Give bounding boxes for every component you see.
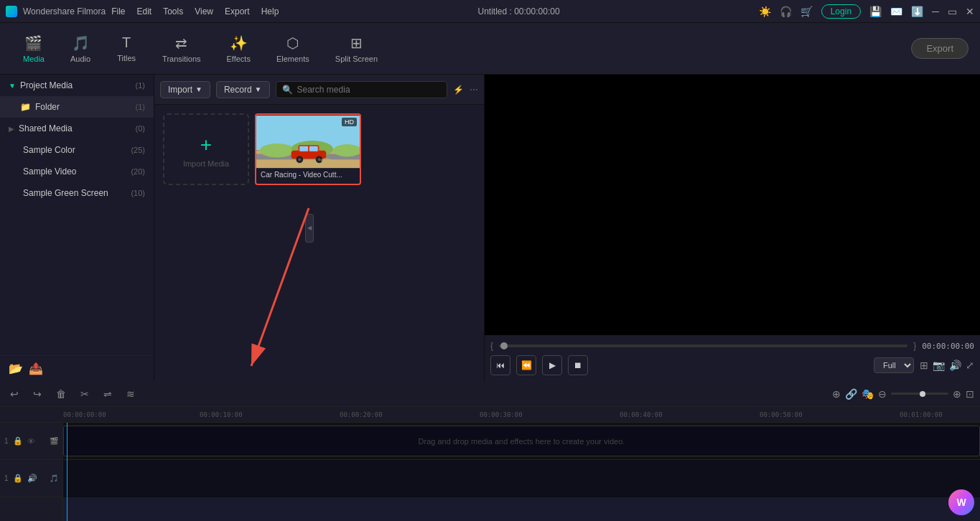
timeline-zoom: ⊕ 🔗 🎭 ⊖ ⊕ ⊡: [832, 388, 974, 400]
brightness-icon[interactable]: ☀️: [759, 6, 771, 17]
zoom-out-icon[interactable]: ⊖: [878, 388, 887, 400]
menu-file[interactable]: File: [111, 6, 125, 17]
export-folder-icon[interactable]: 📤: [29, 362, 43, 375]
scene-detect-icon[interactable]: 🎭: [862, 388, 874, 400]
svg-point-3: [260, 144, 295, 157]
sidebar-item-sample-color[interactable]: Sample Color (25): [0, 139, 154, 161]
split-screen-icon: ⊞: [350, 34, 363, 52]
quality-selector[interactable]: Full: [874, 357, 914, 373]
close-button[interactable]: ✕: [966, 6, 974, 17]
app-logo: [6, 6, 17, 17]
svg-rect-9: [309, 146, 318, 151]
sidebar-item-sample-green-screen[interactable]: Sample Green Screen (10): [0, 182, 154, 204]
ruler-mark-50: 00:00:50:00: [760, 411, 803, 418]
media-type-badge: HD: [342, 118, 357, 126]
import-media-placeholder[interactable]: + Import Media: [163, 113, 249, 185]
sidebar-item-project-media[interactable]: ▼ Project Media (1): [0, 75, 154, 96]
audio-wave-icon[interactable]: ≋: [122, 386, 139, 402]
transitions-icon: ⇄: [175, 34, 187, 52]
sidebar-item-shared-media[interactable]: ▶ Shared Media (0): [0, 118, 154, 139]
sidebar-item-folder[interactable]: 📁 Folder (1): [0, 96, 154, 118]
video-drop-zone[interactable]: Drag and drop media and effects here to …: [63, 426, 980, 456]
skip-to-start-button[interactable]: ⏮: [490, 355, 510, 375]
preview-video-area: [485, 75, 980, 335]
sidebar-item-sample-video[interactable]: Sample Video (20): [0, 161, 154, 182]
toolbar-audio[interactable]: 🎵 Audio: [59, 29, 102, 69]
link-icon[interactable]: 🔗: [845, 388, 857, 400]
toolbar-media[interactable]: 🎬 Media: [11, 29, 56, 69]
timeline-toolbar: ↩ ↪ 🗑 ✂ ⇌ ≋ ⊕ 🔗 🎭 ⊖ ⊕ ⊡: [0, 381, 980, 407]
play-pause-button[interactable]: ▶: [542, 355, 562, 375]
adjust-button[interactable]: ⇌: [99, 386, 116, 402]
audio-track-icon: 🎵: [50, 474, 58, 482]
grid-view-icon[interactable]: ⋯: [470, 85, 478, 95]
in-point-bracket[interactable]: {: [490, 341, 493, 351]
toolbar-titles[interactable]: T Titles: [105, 29, 148, 68]
audio-track-lock-icon[interactable]: 🔒: [13, 474, 23, 483]
menu-edit[interactable]: Edit: [137, 6, 152, 17]
search-input[interactable]: [297, 85, 441, 95]
window-controls: ─ ▭ ✕: [932, 6, 974, 17]
audio-icon: 🎵: [72, 34, 90, 52]
menu-help[interactable]: Help: [261, 6, 279, 17]
drop-zone-text: Drag and drop media and effects here to …: [419, 437, 625, 446]
login-button[interactable]: Login: [821, 4, 861, 19]
svg-rect-8: [299, 146, 308, 151]
audio-track-volume-icon[interactable]: 🔊: [27, 474, 37, 483]
delete-button[interactable]: 🗑: [52, 386, 70, 402]
toolbar-elements[interactable]: ⬡ Elements: [265, 29, 321, 69]
scrubber-thumb: [500, 342, 508, 349]
save-icon[interactable]: 💾: [869, 6, 882, 17]
preview-panel: { } 00:00:00:00 ⏮ ⏪ ▶ ⏹ Full ⊞ 📷 �: [485, 75, 980, 381]
crop-icon[interactable]: ⊞: [920, 360, 928, 371]
menu-view[interactable]: View: [195, 6, 213, 17]
zoom-slider[interactable]: [891, 393, 948, 395]
export-button[interactable]: Export: [911, 38, 969, 59]
svg-point-14: [321, 158, 332, 162]
track-content: Drag and drop media and effects here to …: [63, 423, 980, 521]
undo-button[interactable]: ↩: [6, 386, 23, 402]
zoom-in-icon[interactable]: ⊕: [953, 388, 961, 400]
import-button[interactable]: Import ▼: [160, 81, 210, 98]
redo-button[interactable]: ↪: [29, 386, 46, 402]
main-toolbar: 🎬 Media 🎵 Audio T Titles ⇄ Transitions ✨…: [0, 23, 980, 75]
menu-export[interactable]: Export: [225, 6, 250, 17]
download-icon[interactable]: ⬇️: [911, 6, 923, 17]
toolbar-split-screen[interactable]: ⊞ Split Screen: [324, 29, 389, 69]
current-timecode: 00:00:00:00: [922, 342, 974, 351]
cut-button[interactable]: ✂: [76, 386, 93, 402]
mail-icon[interactable]: ✉️: [890, 6, 902, 17]
toolbar-effects[interactable]: ✨ Effects: [215, 29, 262, 69]
audio-icon[interactable]: 🔊: [949, 360, 961, 371]
collapse-panel-button[interactable]: ◀: [305, 214, 314, 243]
chevron-down-icon: ▼: [9, 82, 16, 90]
video-track-lock-icon[interactable]: 🔒: [13, 436, 23, 446]
step-back-button[interactable]: ⏪: [516, 355, 536, 375]
fit-icon[interactable]: ⊡: [966, 388, 974, 400]
add-folder-icon[interactable]: 📂: [9, 362, 23, 375]
out-point-bracket[interactable]: }: [913, 341, 916, 351]
media-item-car-racing[interactable]: HD Car Racing - Video Cutt...: [255, 113, 361, 185]
record-button[interactable]: Record ▼: [216, 81, 270, 98]
add-track-icon[interactable]: ⊕: [832, 388, 841, 400]
menu-tools[interactable]: Tools: [163, 6, 183, 17]
search-box[interactable]: 🔍: [276, 81, 447, 98]
stop-button[interactable]: ⏹: [568, 355, 588, 375]
toolbar-transitions[interactable]: ⇄ Transitions: [151, 29, 212, 69]
media-toolbar: Import ▼ Record ▼ 🔍 ⚡ ⋯: [154, 75, 484, 105]
playhead[interactable]: [67, 423, 67, 521]
fullscreen-icon[interactable]: ⤢: [966, 360, 974, 371]
maximize-button[interactable]: ▭: [948, 6, 957, 17]
headphones-icon[interactable]: 🎧: [780, 6, 792, 17]
media-thumbnail: HD: [256, 115, 360, 169]
filter-icon[interactable]: ⚡: [453, 85, 464, 95]
titles-icon: T: [122, 34, 131, 51]
video-track[interactable]: Drag and drop media and effects here to …: [63, 423, 980, 460]
titlebar: Wondershare Filmora File Edit Tools View…: [0, 0, 980, 23]
timeline-scrubber[interactable]: [499, 344, 907, 347]
snapshot-icon[interactable]: 📷: [933, 360, 945, 371]
video-track-eye-icon[interactable]: 👁: [27, 437, 35, 446]
shop-icon[interactable]: 🛒: [801, 6, 813, 17]
audio-track[interactable]: [63, 460, 980, 497]
minimize-button[interactable]: ─: [932, 6, 939, 17]
